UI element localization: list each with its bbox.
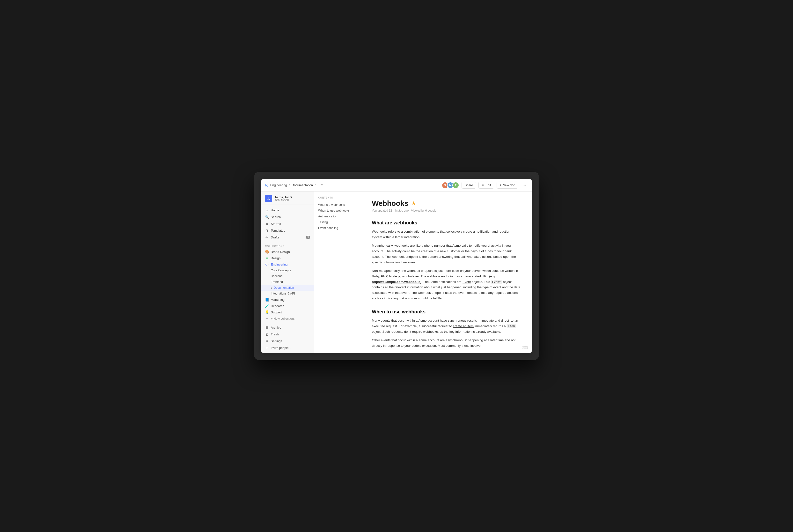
sidebar-bottom: ▦ Archive 🗑 Trash ⚙ Settings + Invite pe…	[261, 322, 314, 353]
contents-label: CONTENTS	[318, 196, 356, 199]
breadcrumb: ⟨/⟩ Engineering / Documentation /	[265, 183, 316, 187]
sidebar-item-archive-label: Archive	[271, 326, 281, 329]
templates-icon: ◑	[265, 229, 269, 232]
collection-research[interactable]: 🧪 Research	[261, 303, 314, 309]
collaborators-avatars: S M T	[442, 182, 459, 189]
section2-para1-post: object. Such requests don't require webh…	[372, 330, 501, 334]
more-options-button[interactable]: ···	[521, 182, 528, 189]
sidebar-item-archive[interactable]: ▦ Archive	[261, 324, 314, 331]
sub-item-integrations[interactable]: Integrations & API	[261, 291, 314, 297]
engineering-subitems: Core Concepts Backend Frontend ▶ Documen…	[261, 267, 314, 297]
workspace-logo: A	[265, 195, 272, 202]
breadcrumb-engineering[interactable]: Engineering	[270, 183, 287, 187]
sub-item-backend-label: Backend	[271, 274, 283, 278]
sidebar-item-home[interactable]: ⌂ Home	[261, 207, 314, 213]
marketing-icon: 📘	[265, 298, 269, 302]
collection-design[interactable]: ◈ Design	[261, 255, 314, 261]
main-layout: A Acme, Inc ▾ TOM MOOR ⌂ Home	[261, 191, 532, 353]
doc-meta: You updated 12 minutes ago · Viewed by 6…	[372, 209, 520, 212]
section1-para1: Webhooks refers to a combination of elem…	[372, 229, 520, 240]
trash-icon: 🗑	[265, 332, 269, 336]
ellipsis-icon[interactable]: ···	[308, 263, 310, 266]
archive-icon: ▦	[265, 325, 269, 329]
doc-menu-icon[interactable]: ≡	[321, 183, 323, 187]
collection-support[interactable]: 💡 Support	[261, 309, 314, 315]
create-item-link[interactable]: create an item	[453, 324, 473, 328]
avatar-3: T	[452, 182, 459, 189]
collection-engineering[interactable]: ⟨/⟩ Engineering ⊞ ···	[261, 261, 314, 267]
sidebar-item-templates-label: Templates	[271, 229, 285, 232]
bullet-item-1: The Item Intents API	[377, 352, 520, 353]
home-icon: ⌂	[265, 208, 269, 212]
sidebar-item-starred[interactable]: ★ Starred	[261, 220, 314, 227]
section2-title: When to use webhooks	[372, 309, 520, 315]
toolbar-right: S M T Share ✏ Edit + New doc ···	[442, 182, 528, 189]
edit-label: Edit	[485, 183, 491, 187]
workspace-user: TOM MOOR	[275, 199, 310, 202]
section1-para2: Metaphorically, webhooks are like a phon…	[372, 243, 520, 265]
sort-icon[interactable]: ⊞	[304, 263, 307, 266]
collections-label: COLLECTIONS	[261, 243, 314, 249]
sidebar-item-drafts-label: Drafts	[271, 235, 279, 239]
doc-title: Webhooks	[372, 199, 408, 208]
contents-panel: CONTENTS What are webhooks When to use w…	[314, 191, 360, 353]
sidebar-item-invite[interactable]: + Invite people...	[261, 344, 314, 351]
contents-item-what-are-webhooks[interactable]: What are webhooks	[318, 202, 356, 208]
breadcrumb-documentation[interactable]: Documentation	[292, 183, 313, 187]
add-icon: +	[265, 317, 269, 320]
sub-item-documentation-label: Documentation	[274, 286, 294, 289]
edit-button[interactable]: ✏ Edit	[479, 182, 494, 189]
sidebar-item-search[interactable]: 🔍 Search	[261, 213, 314, 220]
sub-item-frontend[interactable]: Frontend	[261, 279, 314, 285]
section1-para3-pre: Non-metaphorically, the webhook endpoint…	[372, 269, 518, 278]
event-link[interactable]: Event	[463, 280, 471, 284]
sub-item-backend[interactable]: Backend	[261, 273, 314, 279]
new-doc-label: New doc	[503, 183, 515, 187]
collection-brand-design-label: Brand Design	[271, 250, 290, 254]
collection-research-label: Research	[271, 304, 284, 308]
new-doc-button[interactable]: + New doc	[497, 182, 518, 189]
breadcrumb-area: ⟨/⟩ Engineering / Documentation / ≡	[265, 183, 442, 187]
sub-item-integrations-label: Integrations & API	[271, 292, 295, 295]
share-button[interactable]: Share	[462, 182, 476, 189]
event-code: Event	[491, 280, 502, 284]
engineering-coll-icon: ⟨/⟩	[265, 262, 269, 266]
workspace-header[interactable]: A Acme, Inc ▾ TOM MOOR	[261, 191, 314, 205]
contents-item-when-to-use[interactable]: When to use webhooks	[318, 208, 356, 213]
contents-item-testing[interactable]: Testing	[318, 219, 356, 225]
section1-para3: Non-metaphorically, the webhook endpoint…	[372, 268, 520, 302]
sidebar-item-drafts[interactable]: ✏ Drafts 3	[261, 234, 314, 241]
section1-url-link[interactable]: https://example.com/webhooks	[372, 280, 420, 284]
sidebar-item-trash[interactable]: 🗑 Trash	[261, 331, 314, 338]
engineering-icon: ⟨/⟩	[265, 183, 268, 187]
section2-para1: Many events that occur within a Acme acc…	[372, 318, 520, 335]
chevron-icon: ▶	[271, 287, 273, 289]
star-icon: ★	[265, 222, 269, 226]
sidebar-item-invite-label: Invite people...	[271, 346, 291, 350]
collection-brand-design[interactable]: 🎨 Brand Design	[261, 249, 314, 255]
collection-design-label: Design	[271, 256, 281, 260]
main-content: Webhooks ★ You updated 12 minutes ago · …	[360, 191, 532, 353]
contents-item-authentication[interactable]: Authentication	[318, 213, 356, 219]
sidebar-item-templates[interactable]: ◑ Templates	[261, 227, 314, 234]
new-collection-item[interactable]: + + New collection...	[261, 315, 314, 322]
sub-item-documentation[interactable]: ▶ Documentation	[261, 285, 314, 291]
support-icon: 💡	[265, 310, 269, 314]
sidebar-item-starred-label: Starred	[271, 222, 281, 226]
sub-item-core-concepts[interactable]: Core Concepts	[261, 267, 314, 273]
sidebar-item-settings[interactable]: ⚙ Settings	[261, 338, 314, 344]
brand-design-icon: 🎨	[265, 250, 269, 254]
item-intents-link[interactable]: Item Intents API	[383, 352, 406, 353]
sidebar-item-home-label: Home	[271, 208, 279, 212]
doc-star-icon[interactable]: ★	[411, 200, 416, 207]
bullet-list: The Item Intents API Notifications of ev…	[372, 352, 520, 353]
collection-marketing[interactable]: 📘 Marketing	[261, 297, 314, 303]
settings-icon: ⚙	[265, 339, 269, 343]
edit-icon: ✏	[482, 183, 484, 187]
item-code: Item	[507, 324, 516, 328]
sidebar-item-trash-label: Trash	[271, 332, 279, 336]
section1-para3-post1: objects. This	[471, 280, 491, 284]
sidebar-item-search-label: Search	[271, 215, 281, 219]
contents-item-event-handling[interactable]: Event handling	[318, 225, 356, 231]
sidebar-item-settings-label: Settings	[271, 339, 282, 343]
